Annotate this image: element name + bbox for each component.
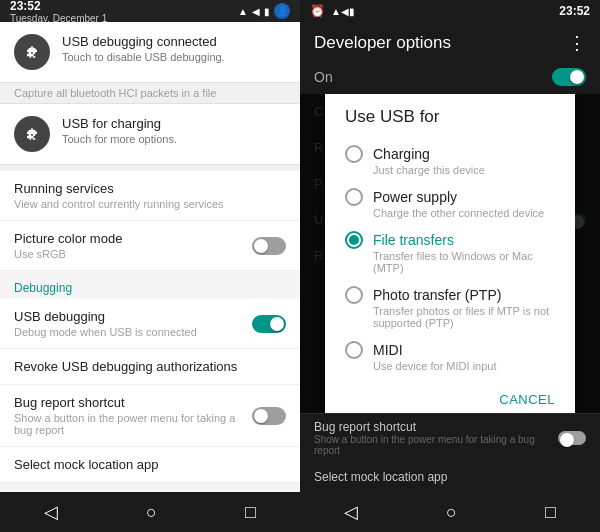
running-services-sub: View and control currently running servi…: [14, 198, 286, 210]
option-label-file: File transfers: [373, 232, 454, 248]
usb-charge-title: USB for charging: [62, 116, 286, 131]
right-status-icons: ▲◀▮: [331, 6, 355, 17]
picture-color-text: Picture color mode Use sRGB: [14, 231, 122, 260]
dialog-option-midi[interactable]: MIDI Use device for MIDI input: [325, 335, 575, 378]
usb-debug-title: USB debugging connected: [62, 34, 286, 49]
avatar-icon: 👤: [274, 3, 290, 19]
option-sub-photo: Transfer photos or files if MTP is not s…: [373, 305, 555, 329]
right-content: C R P U R Use USB for: [300, 94, 600, 413]
alarm-icon: ⏰: [310, 4, 325, 18]
option-label-charging: Charging: [373, 146, 430, 162]
right-header: Developer options ⋮: [300, 22, 600, 60]
dialog-option-power[interactable]: Power supply Charge the other connected …: [325, 182, 575, 225]
picture-color-title: Picture color mode: [14, 231, 122, 246]
option-sub-charging: Just charge this device: [373, 164, 555, 176]
dialog-option-file[interactable]: File transfers Transfer files to Windows…: [325, 225, 575, 280]
right-bug-toggle[interactable]: [558, 431, 586, 445]
right-bug-report-item[interactable]: Bug report shortcut Show a button in the…: [300, 413, 600, 462]
option-label-midi: MIDI: [373, 342, 403, 358]
option-sub-midi: Use device for MIDI input: [373, 360, 555, 372]
back-button-right[interactable]: ◁: [344, 501, 358, 523]
revoke-usb-title: Revoke USB debugging authorizations: [14, 359, 286, 374]
running-services-item[interactable]: Running services View and control curren…: [0, 171, 300, 221]
on-label: On: [314, 69, 333, 85]
bug-report-sub-left: Show a button in the power menu for taki…: [14, 412, 242, 436]
on-row: On: [300, 60, 600, 94]
usb-debugging-text: USB debugging Debug mode when USB is con…: [14, 309, 197, 338]
usb-charge-sub: Touch for more options.: [62, 133, 286, 145]
radio-power[interactable]: [345, 188, 363, 206]
picture-color-toggle[interactable]: [252, 237, 286, 255]
debugging-label: Debugging: [0, 271, 300, 299]
picture-color-item[interactable]: Picture color mode Use sRGB: [0, 221, 300, 271]
revoke-usb-item[interactable]: Revoke USB debugging authorizations: [0, 349, 300, 385]
page-title: Developer options: [314, 33, 451, 53]
bug-report-item-left[interactable]: Bug report shortcut Show a button in the…: [0, 385, 300, 447]
right-time: 23:52: [559, 4, 590, 18]
radio-charging[interactable]: [345, 145, 363, 163]
on-toggle[interactable]: [552, 68, 586, 86]
usb-debugging-setting[interactable]: USB debugging Debug mode when USB is con…: [0, 299, 300, 349]
usb-charge-text: USB for charging Touch for more options.: [62, 116, 286, 145]
battery-icon: ▮: [264, 6, 270, 17]
right-nav-bar: ◁ ○ □: [300, 492, 600, 532]
cancel-button[interactable]: CANCEL: [489, 386, 565, 413]
left-status-icons: ▲ ◀ ▮ 👤: [238, 3, 290, 19]
home-button-right[interactable]: ○: [446, 502, 457, 523]
right-status-bar: ⏰ ▲◀▮ 23:52: [300, 0, 600, 22]
option-sub-power: Charge the other connected device: [373, 207, 555, 219]
bug-report-text-left: Bug report shortcut Show a button in the…: [14, 395, 252, 436]
usb-debug-text: USB debugging connected Touch to disable…: [62, 34, 286, 63]
bug-report-toggle-left[interactable]: [252, 407, 286, 425]
right-panel: ⏰ ▲◀▮ 23:52 Developer options ⋮ On C R P…: [300, 0, 600, 532]
option-label-power: Power supply: [373, 189, 457, 205]
right-mock-title: Select mock location app: [314, 470, 586, 484]
usb-debugging-toggle[interactable]: [252, 315, 286, 333]
left-status-bar: 23:52 Tuesday, December 1 ▲ ◀ ▮ 👤: [0, 0, 300, 22]
dialog-overlay: Use USB for Charging Just charge this de…: [300, 94, 600, 413]
usb-debug-notification[interactable]: USB debugging connected Touch to disable…: [0, 22, 300, 83]
signal-icon: ◀: [252, 6, 260, 17]
radio-file[interactable]: [345, 231, 363, 249]
option-sub-file: Transfer files to Windows or Mac (MTP): [373, 250, 555, 274]
wifi-icon: ▲: [238, 6, 248, 17]
dialog-option-charging[interactable]: Charging Just charge this device: [325, 139, 575, 182]
more-options-icon[interactable]: ⋮: [568, 32, 586, 54]
picture-color-sub: Use sRGB: [14, 248, 122, 260]
usb-debug-icon: [14, 34, 50, 70]
recents-button-left[interactable]: □: [245, 502, 256, 523]
usb-debug-sub: Touch to disable USB debugging.: [62, 51, 286, 63]
select-mock-item-left[interactable]: Select mock location app: [0, 447, 300, 483]
usb-charge-icon: [14, 116, 50, 152]
bug-report-title-left: Bug report shortcut: [14, 395, 242, 410]
dialog-option-photo[interactable]: Photo transfer (PTP) Transfer photos or …: [325, 280, 575, 335]
radio-midi[interactable]: [345, 341, 363, 359]
left-nav-bar: ◁ ○ □: [0, 492, 300, 532]
right-bug-title: Bug report shortcut: [314, 420, 548, 434]
usb-debugging-title: USB debugging: [14, 309, 197, 324]
left-panel: 23:52 Tuesday, December 1 ▲ ◀ ▮ 👤 USB de…: [0, 0, 300, 532]
right-mock-item[interactable]: Select mock location app: [300, 462, 600, 492]
home-button-left[interactable]: ○: [146, 502, 157, 523]
dialog-title: Use USB for: [325, 107, 575, 139]
usb-dialog: Use USB for Charging Just charge this de…: [325, 94, 575, 413]
option-label-photo: Photo transfer (PTP): [373, 287, 501, 303]
running-services-title: Running services: [14, 181, 286, 196]
right-bug-sub: Show a button in the power menu for taki…: [314, 434, 548, 456]
recents-button-right[interactable]: □: [545, 502, 556, 523]
usb-debugging-sub: Debug mode when USB is connected: [14, 326, 197, 338]
usb-charge-notification[interactable]: USB for charging Touch for more options.: [0, 104, 300, 165]
dialog-actions: CANCEL: [325, 378, 575, 413]
back-button-left[interactable]: ◁: [44, 501, 58, 523]
capture-item-left: Capture all bluetooth HCI packets in a f…: [0, 83, 300, 104]
radio-photo[interactable]: [345, 286, 363, 304]
select-mock-title-left: Select mock location app: [14, 457, 286, 472]
left-time: 23:52: [10, 0, 107, 13]
